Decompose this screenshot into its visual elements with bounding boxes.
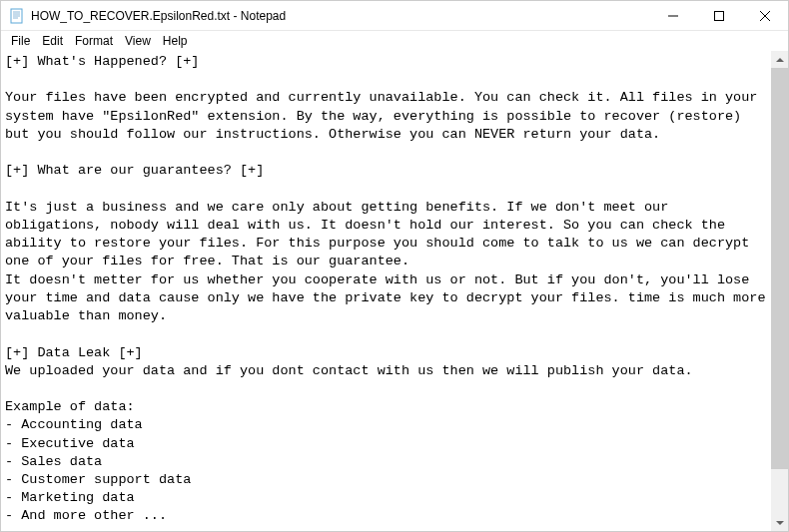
window-title: HOW_TO_RECOVER.EpsilonRed.txt - Notepad: [31, 9, 650, 23]
vertical-scrollbar[interactable]: [771, 51, 788, 531]
titlebar: HOW_TO_RECOVER.EpsilonRed.txt - Notepad: [1, 1, 788, 31]
menu-format[interactable]: Format: [69, 33, 119, 49]
scroll-down-arrow[interactable]: [771, 514, 788, 531]
menu-view[interactable]: View: [119, 33, 157, 49]
svg-rect-6: [715, 11, 724, 20]
menubar: File Edit Format View Help: [1, 31, 788, 51]
svg-marker-10: [776, 521, 784, 525]
scroll-up-arrow[interactable]: [771, 51, 788, 68]
notepad-icon: [9, 8, 25, 24]
maximize-button[interactable]: [696, 1, 742, 30]
scroll-thumb[interactable]: [771, 68, 788, 469]
text-content[interactable]: [+] What's Happened? [+] Your files have…: [1, 51, 771, 531]
window-controls: [650, 1, 788, 30]
editor-area: [+] What's Happened? [+] Your files have…: [1, 51, 788, 531]
svg-marker-9: [776, 58, 784, 62]
scroll-track[interactable]: [771, 68, 788, 514]
menu-file[interactable]: File: [5, 33, 36, 49]
close-button[interactable]: [742, 1, 788, 30]
minimize-button[interactable]: [650, 1, 696, 30]
menu-help[interactable]: Help: [157, 33, 194, 49]
menu-edit[interactable]: Edit: [36, 33, 69, 49]
